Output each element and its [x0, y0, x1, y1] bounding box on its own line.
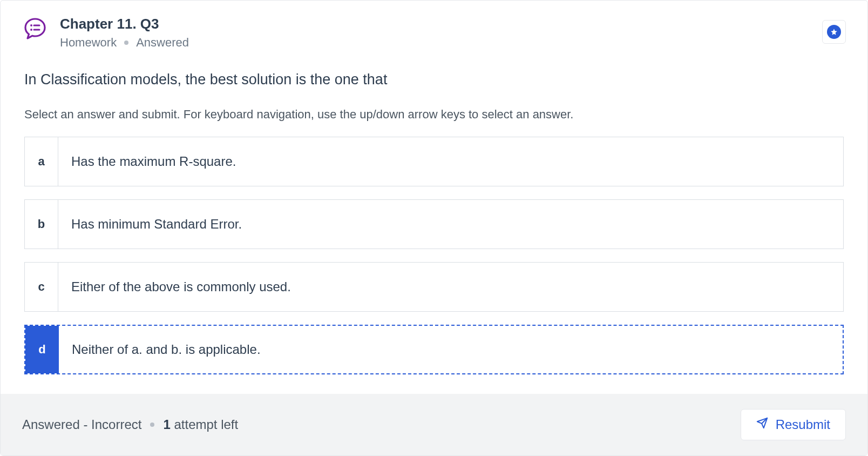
- resubmit-label: Resubmit: [776, 417, 830, 432]
- option-letter: d: [25, 326, 59, 373]
- option-text: Neither of a. and b. is applicable.: [59, 326, 843, 373]
- title-block: Chapter 11. Q3 Homework Answered: [60, 16, 189, 50]
- answer-option-a[interactable]: a Has the maximum R-square.: [24, 137, 844, 186]
- answered-status: Answered - Incorrect: [22, 417, 141, 432]
- question-status-label: Answered: [136, 36, 189, 50]
- option-text: Either of the above is commonly used.: [58, 263, 843, 311]
- question-content: In Classification models, the best solut…: [1, 50, 867, 394]
- instructions-text: Select an answer and submit. For keyboar…: [24, 108, 844, 122]
- option-letter: c: [25, 263, 58, 311]
- send-icon: [756, 417, 768, 432]
- question-card: Chapter 11. Q3 Homework Answered In Clas…: [0, 0, 868, 456]
- quiz-icon: [22, 16, 48, 42]
- attempts-number: 1: [163, 417, 170, 432]
- question-title: Chapter 11. Q3: [60, 16, 189, 32]
- answer-option-b[interactable]: b Has minimum Standard Error.: [24, 199, 844, 249]
- separator-dot-icon: [124, 41, 128, 45]
- favorite-button[interactable]: [822, 20, 846, 44]
- option-letter: b: [25, 200, 58, 249]
- attempts-left: 1 attempt left: [163, 417, 238, 432]
- question-header: Chapter 11. Q3 Homework Answered: [1, 1, 867, 50]
- answer-option-c[interactable]: c Either of the above is commonly used.: [24, 262, 844, 312]
- svg-point-0: [30, 24, 32, 26]
- separator-dot-icon: [150, 423, 154, 427]
- question-meta: Homework Answered: [60, 36, 189, 50]
- answer-options: a Has the maximum R-square. b Has minimu…: [24, 137, 844, 374]
- question-text: In Classification models, the best solut…: [24, 71, 844, 88]
- question-type-label: Homework: [60, 36, 117, 50]
- status-text: Answered - Incorrect 1 attempt left: [22, 417, 238, 432]
- option-text: Has the maximum R-square.: [58, 137, 843, 186]
- option-text: Has minimum Standard Error.: [58, 200, 843, 249]
- option-letter: a: [25, 137, 58, 186]
- question-footer: Answered - Incorrect 1 attempt left Resu…: [1, 394, 867, 455]
- resubmit-button[interactable]: Resubmit: [741, 409, 846, 440]
- svg-point-1: [30, 29, 32, 31]
- answer-option-d[interactable]: d Neither of a. and b. is applicable.: [24, 325, 844, 374]
- attempts-suffix: attempt left: [171, 417, 238, 432]
- star-icon: [827, 25, 841, 39]
